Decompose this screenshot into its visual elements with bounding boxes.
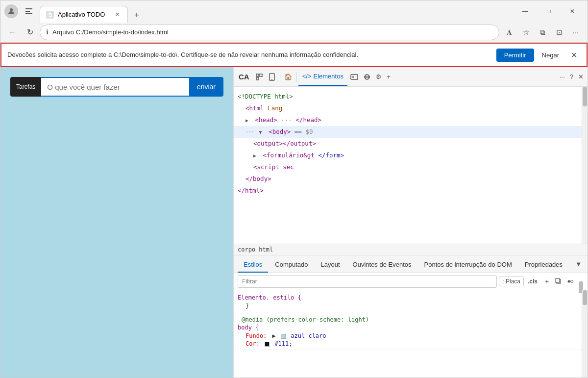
media-query-text: @media (prefers-color-scheme: light) [238, 314, 578, 324]
address-bar[interactable]: ℹ Arquivo C:/Demo/simple-to-do/index.htm… [40, 25, 499, 40]
body-expand[interactable]: ▼ [259, 128, 265, 136]
tab-propriedades[interactable]: Propriedades [519, 257, 568, 273]
styles-filter-input[interactable] [238, 275, 497, 288]
fundo-arrow: ▶ [272, 332, 276, 339]
styles-panel: : Placa .cls + [234, 273, 588, 378]
todo-input[interactable] [41, 77, 189, 97]
tab-close-button[interactable]: ✕ [113, 10, 122, 19]
copy-style-button[interactable] [553, 276, 564, 287]
html-close-tag: </html> [238, 187, 264, 194]
svg-rect-6 [256, 77, 259, 80]
tab-estilos[interactable]: Estilos [238, 257, 268, 273]
refresh-button[interactable]: ↻ [22, 25, 38, 40]
permit-button[interactable]: Permitir [496, 49, 534, 62]
svg-line-11 [352, 77, 354, 78]
todo-submit-button[interactable]: enviar [189, 77, 223, 97]
home-button[interactable]: 🏠 [282, 68, 294, 86]
bottom-tabs: Estilos Computado Layout Ouvintes de Eve… [234, 255, 588, 273]
dom-line-output[interactable]: <output></output> [234, 138, 582, 150]
tab-ouvintes[interactable]: Ouvintes de Eventos [347, 257, 417, 273]
svg-point-15 [568, 280, 570, 283]
dom-line-form[interactable]: ▶ <formulário&gt </form> [234, 150, 582, 161]
info-icon: ℹ [46, 28, 49, 36]
help-button[interactable]: ? [568, 68, 575, 86]
svg-point-12 [365, 75, 369, 79]
cls-button[interactable]: .cls [526, 277, 539, 286]
html-attr: Lang [268, 104, 282, 112]
more-button[interactable]: ··· [568, 25, 584, 40]
minimize-button[interactable]: — [514, 3, 537, 19]
dom-line-doctype[interactable]: <!DOCTYPE html> [234, 91, 582, 102]
new-tab-button[interactable]: + [130, 8, 144, 22]
todo-form: Tarefas enviar [10, 77, 223, 97]
title-bar: 📄 Aplicativo TODO ✕ + — □ ✕ [0, 0, 588, 22]
head-expand[interactable]: ▶ [245, 117, 251, 125]
html-tag: <html [245, 104, 264, 112]
split-screen-button[interactable]: ⧉ [535, 25, 550, 40]
dom-line-html[interactable]: <html Lang [234, 102, 582, 114]
devtools-panel: CA 🏠 </> Elementos [233, 67, 588, 378]
fundo-prop: Fundo: ▶ azul claro [238, 332, 578, 340]
add-style-button[interactable]: + [541, 276, 552, 287]
network-button[interactable] [361, 68, 373, 86]
tab-computado[interactable]: Computado [269, 257, 314, 273]
dom-line-html-close[interactable]: </html> [234, 185, 582, 197]
body-close-tag: </body> [245, 175, 271, 182]
back-button[interactable]: ← [4, 25, 20, 40]
elements-tab-label: Elementos [313, 73, 343, 80]
more-tools-button[interactable]: ··· [558, 68, 567, 86]
maximize-button[interactable]: □ [538, 3, 560, 19]
dom-scrollbar[interactable] [582, 87, 588, 244]
close-button[interactable]: ✕ [561, 3, 584, 19]
svg-rect-2 [25, 11, 30, 12]
styles-filter-bar: : Placa .cls + [234, 273, 588, 290]
svg-point-0 [10, 8, 13, 11]
head-collapsed: ··· [281, 116, 295, 124]
active-tab[interactable]: 📄 Aplicativo TODO ✕ [40, 6, 128, 23]
deny-button[interactable]: Negar [538, 49, 563, 62]
toggle-style-button[interactable] [565, 276, 576, 287]
ca-button[interactable]: CA [236, 68, 252, 86]
body-selector: body { [238, 324, 578, 331]
cor-value: #111; [274, 340, 292, 347]
tab-pontos[interactable]: Pontos de interrupção do DOM [418, 257, 518, 273]
form-expand[interactable]: ▶ [253, 152, 259, 160]
dom-line-head[interactable]: ▶ <head> ··· </head> [234, 114, 582, 126]
banner-close-button[interactable]: ✕ [567, 48, 581, 62]
fundo-color-swatch[interactable] [281, 334, 286, 339]
profile-icon[interactable] [4, 4, 18, 18]
tabs-expand-button[interactable]: ▼ [573, 255, 584, 273]
tab-layout[interactable]: Layout [315, 257, 346, 273]
fundo-value: azul claro [291, 332, 326, 339]
breadcrumb-bar: corpo html [234, 244, 588, 255]
script-tag: <script sec [253, 163, 294, 171]
dom-line-body[interactable]: ··· ▼ <body> == $0 [234, 126, 582, 138]
dom-line-body-close[interactable]: </body> [234, 173, 582, 185]
collections-button[interactable]: ⊡ [551, 25, 567, 40]
devtools-toolbar: CA 🏠 </> Elementos [234, 67, 588, 87]
address-text: Arquivo C:/Demo/simple-to-do/index.html [52, 28, 493, 36]
console-button[interactable] [348, 68, 360, 86]
svg-rect-4 [256, 74, 259, 76]
performance-button[interactable]: ⚙ [374, 68, 384, 86]
svg-rect-5 [260, 74, 262, 76]
add-button[interactable]: + [385, 68, 392, 86]
device-button[interactable] [266, 68, 278, 86]
head-close-tag: </head> [295, 116, 321, 124]
breadcrumb-text: corpo html [238, 246, 273, 253]
dom-line-script[interactable]: <script sec [234, 161, 582, 173]
favorites-button[interactable]: ☆ [518, 25, 534, 40]
inspect-button[interactable] [253, 68, 265, 86]
element-style-close: } [238, 302, 578, 310]
sidebar-toggle[interactable] [22, 4, 36, 18]
close-devtools-button[interactable]: ✕ [576, 68, 586, 86]
pseudo-class-button[interactable]: : Placa [499, 277, 524, 286]
permission-banner: Devocões solicita acesso completo a C:\D… [0, 43, 588, 67]
scrollbar-thumb[interactable] [583, 87, 587, 106]
elements-tab[interactable]: </> Elementos [298, 68, 347, 86]
cor-color-swatch[interactable] [265, 342, 270, 347]
read-aloud-button[interactable]: 𝐀 [501, 25, 517, 40]
styles-scrollbar[interactable] [582, 290, 588, 378]
window-controls: — □ ✕ [514, 3, 584, 19]
styles-scrollbar-thumb [583, 290, 587, 305]
